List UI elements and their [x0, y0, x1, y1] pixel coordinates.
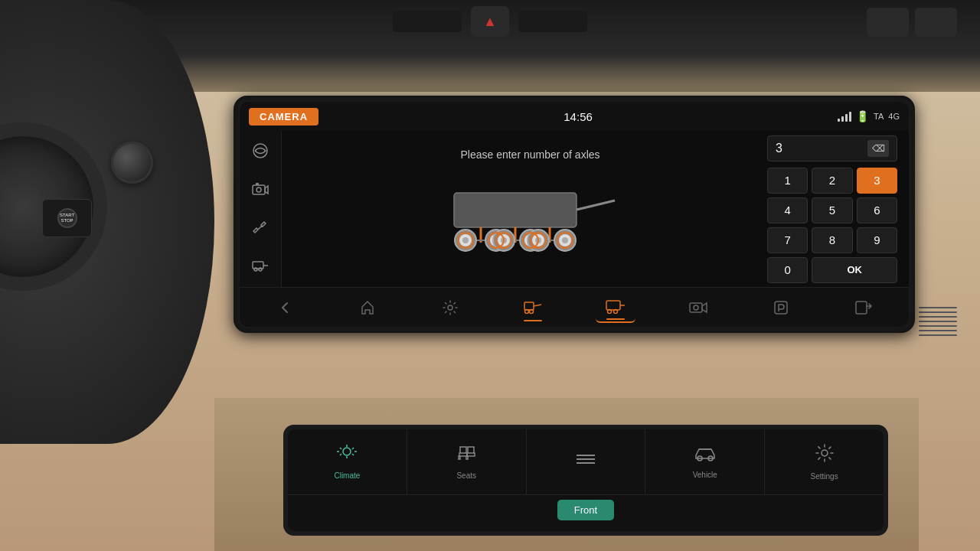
hazard-button[interactable]: ▲ — [471, 6, 509, 37]
svg-point-44 — [530, 309, 534, 313]
nav-parking[interactable] — [761, 292, 801, 323]
svg-point-6 — [259, 268, 262, 271]
trailer-section: Please enter number of axles — [293, 148, 767, 269]
svg-point-18 — [462, 237, 469, 243]
svg-point-46 — [608, 309, 612, 313]
backspace-button[interactable]: ⌫ — [867, 140, 889, 157]
bottom-nav — [240, 287, 909, 327]
climate-label: Climate — [334, 471, 360, 480]
nav-back[interactable] — [265, 292, 305, 323]
bottom-nav-vehicle[interactable]: Vehicle — [645, 429, 765, 494]
svg-line-62 — [352, 448, 354, 449]
sidebar-360-icon[interactable] — [248, 139, 273, 163]
svg-line-57 — [340, 448, 341, 449]
steering-wheel-area: START STOP — [0, 0, 214, 444]
svg-line-58 — [352, 454, 354, 455]
nav-trailer[interactable] — [596, 292, 635, 323]
vehicle-label: Vehicle — [693, 471, 717, 479]
menu-icon — [575, 450, 596, 470]
svg-rect-45 — [606, 301, 620, 310]
network-label: 4G — [888, 112, 900, 121]
speaker-line — [919, 321, 957, 322]
vehicle-icon — [693, 445, 717, 466]
svg-rect-1 — [253, 185, 265, 194]
bottom-nav-climate[interactable]: Climate — [288, 429, 407, 494]
svg-point-50 — [694, 305, 698, 310]
num-btn-3[interactable]: 3 — [857, 168, 897, 194]
sidebar-camera-icon[interactable] — [248, 177, 273, 201]
svg-point-40 — [448, 305, 452, 310]
speaker-line — [919, 330, 957, 331]
seats-label: Seats — [456, 471, 476, 480]
num-btn-0[interactable]: 0 — [767, 257, 808, 283]
hazard-area: ▲ — [393, 6, 587, 37]
svg-rect-4 — [253, 262, 263, 269]
speaker-line — [919, 307, 957, 308]
bottom-screen-bezel: Climate Seats — [283, 425, 888, 536]
main-screen: CAMERA 14:56 🔋 TA 4G — [240, 102, 909, 327]
settings-label: Settings — [811, 472, 838, 481]
prompt-text: Please enter number of axles — [460, 148, 599, 161]
battery-icon: 🔋 — [856, 110, 869, 122]
num-btn-7[interactable]: 7 — [767, 227, 808, 253]
svg-point-43 — [525, 309, 529, 313]
settings-gear-icon — [815, 443, 835, 468]
num-btn-2[interactable]: 2 — [812, 168, 852, 194]
bottom-nav-menu[interactable] — [527, 429, 646, 494]
right-speaker — [919, 276, 957, 367]
bottom-nav-settings[interactable]: Settings — [765, 429, 884, 494]
svg-rect-49 — [690, 303, 702, 312]
bottom-nav-seats[interactable]: Seats — [407, 429, 527, 494]
camera-tab[interactable]: CAMERA — [249, 108, 318, 126]
speaker-line — [919, 334, 957, 336]
svg-point-47 — [614, 309, 618, 313]
bottom-front-bar: Front — [288, 494, 884, 525]
numpad-value: 3 — [776, 142, 782, 155]
ta-label: TA — [874, 112, 884, 121]
num-btn-1[interactable]: 1 — [767, 168, 808, 194]
screen-header: CAMERA 14:56 🔋 TA 4G — [240, 102, 909, 131]
num-btn-5[interactable]: 5 — [812, 197, 852, 223]
svg-point-5 — [254, 268, 257, 271]
svg-rect-53 — [856, 302, 867, 314]
numpad-section: 3 ⌫ 1 2 3 4 5 6 7 8 9 — [767, 135, 897, 283]
num-btn-9[interactable]: 9 — [857, 227, 897, 253]
control-knob[interactable] — [111, 142, 153, 184]
svg-point-68 — [822, 450, 828, 456]
main-content: Please enter number of axles — [282, 131, 909, 287]
front-button[interactable]: Front — [557, 500, 614, 520]
trailer-image — [439, 170, 622, 269]
nav-home[interactable] — [348, 292, 387, 323]
sidebar-trailer-icon[interactable] — [248, 253, 273, 278]
ss-circle: START STOP — [57, 208, 77, 228]
time-display: 14:56 — [564, 110, 593, 123]
screen-content: Please enter number of axles — [240, 131, 909, 287]
svg-point-2 — [256, 187, 261, 192]
sidebar-tools-icon[interactable] — [248, 215, 273, 240]
speaker-line — [919, 311, 957, 313]
main-screen-bezel: CAMERA 14:56 🔋 TA 4G — [234, 96, 915, 333]
numpad-grid: 1 2 3 4 5 6 7 8 9 0 OK — [767, 168, 897, 283]
right-buttons — [867, 8, 957, 37]
svg-rect-41 — [524, 302, 534, 310]
num-btn-8[interactable]: 8 — [812, 227, 852, 253]
nav-exit[interactable] — [844, 292, 884, 323]
nav-camera-rear[interactable] — [678, 292, 718, 323]
numpad-display: 3 ⌫ — [767, 135, 897, 161]
bottom-nav-bar: Climate Seats — [288, 429, 884, 494]
nav-settings[interactable] — [430, 292, 470, 323]
svg-line-9 — [577, 201, 615, 210]
nav-trailer-hitch[interactable] — [513, 292, 553, 323]
left-vent — [393, 11, 462, 32]
left-sidebar — [240, 131, 282, 287]
svg-rect-8 — [454, 193, 577, 227]
right-btn-1[interactable] — [867, 8, 909, 37]
svg-rect-51 — [775, 302, 787, 314]
num-btn-ok[interactable]: OK — [812, 257, 897, 283]
num-btn-4[interactable]: 4 — [767, 197, 808, 223]
right-btn-2[interactable] — [915, 8, 957, 37]
svg-point-54 — [343, 448, 351, 455]
num-btn-6[interactable]: 6 — [857, 197, 897, 223]
right-vent — [518, 11, 587, 32]
start-stop-button[interactable]: START STOP — [42, 199, 92, 237]
